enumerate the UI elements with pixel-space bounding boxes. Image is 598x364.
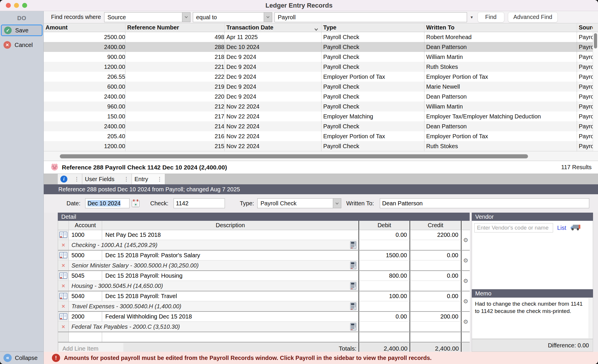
chevron-down-icon[interactable] bbox=[333, 199, 341, 208]
account-number-field[interactable]: 1000 bbox=[69, 230, 102, 240]
cell-written-to[interactable]: William Martin bbox=[424, 52, 577, 62]
cell-amount[interactable]: 900.00 bbox=[44, 52, 125, 62]
table-row[interactable]: 205.40216Nov 22 2024Employer Portion of … bbox=[44, 131, 598, 141]
column-header-transaction-date[interactable]: Transaction Date bbox=[225, 23, 321, 32]
cell-written-to[interactable]: Dean Patterson bbox=[424, 121, 577, 131]
truck-icon[interactable] bbox=[570, 223, 581, 232]
tab-user-fields[interactable]: User Fields ⋮ bbox=[82, 174, 132, 184]
debit-field[interactable]: 0.00 bbox=[359, 312, 410, 322]
cell-reference-number[interactable]: 221 bbox=[125, 62, 225, 72]
column-header-reference-number[interactable]: Reference Number bbox=[125, 23, 225, 32]
cell-amount[interactable]: 960.00 bbox=[44, 102, 125, 111]
memo-scrollbar[interactable] bbox=[589, 298, 592, 338]
cell-reference-number[interactable]: 220 bbox=[125, 92, 225, 102]
debit-field[interactable]: 800.00 bbox=[359, 271, 410, 281]
cell-transaction-date[interactable]: Nov 22 2024 bbox=[225, 121, 321, 131]
table-row[interactable]: 206.55222Dec 9 2024Employer Portion of T… bbox=[44, 72, 598, 82]
search-history-arrow-icon[interactable]: ▾ bbox=[471, 15, 473, 20]
calendar-icon[interactable] bbox=[131, 199, 140, 209]
ledger-book-icon[interactable] bbox=[58, 291, 69, 301]
delete-line-icon[interactable]: × bbox=[58, 281, 69, 291]
horizontal-scrollbar-thumb[interactable] bbox=[60, 154, 528, 158]
cell-type[interactable]: Payroll Check bbox=[321, 102, 424, 111]
cell-written-to[interactable]: Robert Morehead bbox=[424, 32, 577, 42]
cell-type[interactable]: Employer Matching bbox=[321, 111, 424, 121]
account-number-field[interactable]: 5040 bbox=[69, 291, 102, 301]
table-row[interactable]: 2400.00220Dec 9 2024Payroll CheckDean Pa… bbox=[44, 92, 598, 102]
column-header-amount[interactable]: Amount bbox=[44, 23, 125, 32]
info-icon[interactable]: i bbox=[60, 176, 67, 183]
cell-reference-number[interactable]: 219 bbox=[125, 82, 225, 92]
cancel-button[interactable]: × Cancel bbox=[1, 39, 42, 51]
cell-transaction-date[interactable]: Dec 9 2024 bbox=[225, 62, 321, 72]
check-number-field[interactable]: 1142 bbox=[174, 198, 225, 208]
account-number-field[interactable]: 2000 bbox=[69, 312, 102, 322]
find-field-select[interactable]: Source bbox=[104, 12, 190, 22]
cell-type[interactable]: Payroll Check bbox=[321, 121, 424, 131]
credit-field[interactable]: 0.00 bbox=[410, 271, 461, 281]
vertical-scrollbar-thumb[interactable] bbox=[594, 33, 597, 48]
line-options-gear-icon[interactable]: ⚙ bbox=[461, 291, 470, 311]
cell-amount[interactable]: 2500.00 bbox=[44, 32, 125, 42]
table-row[interactable]: 150.00217Nov 22 2024Employer MatchingEmp… bbox=[44, 111, 598, 121]
cell-type[interactable]: Payroll Check bbox=[321, 42, 424, 52]
cell-amount[interactable]: 2400.00 bbox=[44, 42, 125, 52]
credit-field[interactable]: 0.00 bbox=[410, 251, 461, 260]
drag-handle-icon[interactable]: ⋮ bbox=[74, 176, 79, 182]
cell-type[interactable]: Payroll Check bbox=[321, 141, 424, 151]
cell-written-to[interactable]: Ruth Stokes bbox=[424, 141, 577, 151]
cell-transaction-date[interactable]: Apr 11 2025 bbox=[225, 32, 321, 42]
table-row[interactable]: 2500.00498Apr 11 2025Payroll CheckRobert… bbox=[44, 32, 598, 42]
sort-chevron-icon[interactable] bbox=[314, 26, 318, 32]
cell-amount[interactable]: 205.40 bbox=[44, 131, 125, 141]
cell-transaction-date[interactable]: Nov 22 2024 bbox=[225, 102, 321, 111]
find-button[interactable]: Find bbox=[478, 12, 504, 22]
description-field[interactable]: Net Pay Dec 15 2018 bbox=[102, 230, 359, 240]
cell-transaction-date[interactable]: Dec 9 2024 bbox=[225, 72, 321, 82]
table-row[interactable]: 1200.00221Dec 9 2024Payroll CheckRuth St… bbox=[44, 62, 598, 72]
cell-amount[interactable]: 1200.00 bbox=[44, 141, 125, 151]
cell-reference-number[interactable]: 212 bbox=[125, 102, 225, 111]
cell-written-to[interactable]: William Martin bbox=[424, 102, 577, 111]
cell-transaction-date[interactable]: Nov 22 2024 bbox=[225, 111, 321, 121]
memo-field[interactable]: Had to change the check number from 1141… bbox=[472, 298, 593, 339]
cell-transaction-date[interactable]: Dec 10 2024 bbox=[225, 42, 321, 52]
save-button[interactable]: ✓ Save bbox=[1, 24, 43, 36]
table-row[interactable]: 1200.00215Nov 22 2024Payroll CheckRuth S… bbox=[44, 141, 598, 151]
debit-field[interactable]: 1500.00 bbox=[359, 251, 410, 260]
cell-transaction-date[interactable]: Dec 9 2024 bbox=[225, 92, 321, 102]
cell-written-to[interactable]: Employer Tax/Employer Matching Deduction bbox=[424, 111, 577, 121]
table-row[interactable]: 2400.00288Dec 10 2024Payroll CheckDean P… bbox=[44, 42, 598, 52]
credit-field[interactable]: 2200.00 bbox=[410, 230, 461, 240]
calculator-icon[interactable] bbox=[350, 302, 356, 312]
column-header-written-to[interactable]: Written To bbox=[424, 23, 577, 32]
cell-written-to[interactable]: Employer Portion of Tax bbox=[424, 131, 577, 141]
cell-reference-number[interactable]: 215 bbox=[125, 141, 225, 151]
credit-field[interactable]: 0.00 bbox=[410, 291, 461, 301]
debit-field[interactable]: 100.00 bbox=[359, 291, 410, 301]
line-options-gear-icon[interactable]: ⚙ bbox=[461, 230, 470, 250]
vendor-list-link[interactable]: List bbox=[557, 225, 566, 231]
cell-written-to[interactable]: Dean Patterson bbox=[424, 42, 577, 52]
calculator-icon[interactable] bbox=[350, 241, 356, 251]
chevron-down-icon[interactable] bbox=[182, 13, 190, 22]
line-options-gear-icon[interactable]: ⚙ bbox=[461, 312, 470, 332]
chevron-down-icon[interactable] bbox=[264, 13, 272, 22]
info-tab[interactable]: i ⋮ bbox=[58, 174, 82, 184]
ledger-book-icon[interactable] bbox=[58, 251, 69, 260]
column-header-type[interactable]: Type bbox=[321, 23, 424, 32]
ledger-book-icon[interactable] bbox=[58, 312, 69, 322]
calculator-icon[interactable] bbox=[350, 323, 356, 332]
description-field[interactable]: Dec 15 2018 Payroll: Travel bbox=[102, 291, 359, 301]
type-select[interactable]: Payroll Check bbox=[257, 198, 341, 208]
cell-written-to[interactable]: Employer Portion of Tax bbox=[424, 72, 577, 82]
cell-type[interactable]: Employer Portion of Tax bbox=[321, 131, 424, 141]
drag-handle-icon[interactable]: ⋮ bbox=[124, 176, 129, 182]
cell-amount[interactable]: 150.00 bbox=[44, 111, 125, 121]
table-row[interactable]: 600.00219Dec 9 2024Payroll CheckMarie Ne… bbox=[44, 82, 598, 92]
cell-type[interactable]: Payroll Check bbox=[321, 92, 424, 102]
cell-amount[interactable]: 2400.00 bbox=[44, 92, 125, 102]
written-to-field[interactable]: Dean Patterson bbox=[380, 198, 589, 208]
cell-written-to[interactable]: Dean Patterson bbox=[424, 92, 577, 102]
cell-type[interactable]: Payroll Check bbox=[321, 62, 424, 72]
